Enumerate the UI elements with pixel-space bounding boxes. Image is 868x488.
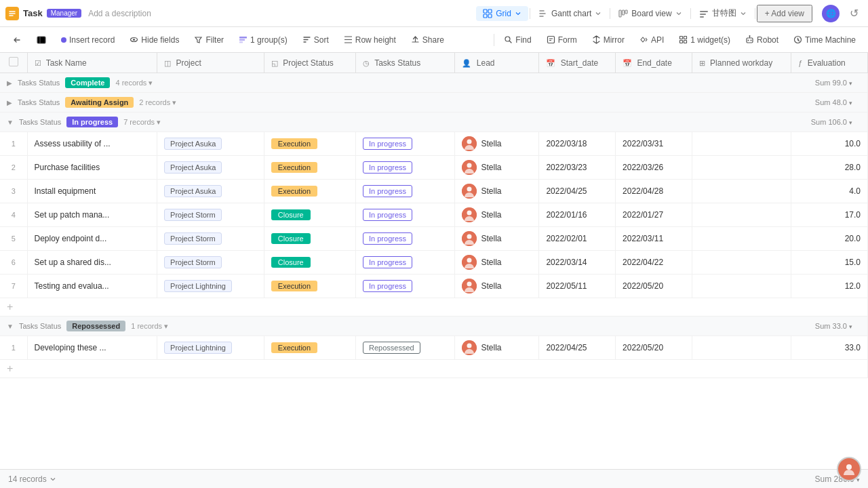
task-status-cell[interactable]: In progress: [356, 274, 455, 298]
group-records-repossessed[interactable]: 1 records ▾: [131, 322, 168, 331]
task-name-cell[interactable]: Developing these ...: [27, 336, 157, 360]
group-toggle-inprogress[interactable]: ▼: [7, 119, 14, 126]
proj-status-cell[interactable]: Execution: [264, 132, 355, 156]
task-name-cell[interactable]: Purchase facilities: [27, 156, 157, 180]
add-row-button[interactable]: +: [7, 301, 13, 313]
header-end-date[interactable]: 📅 End_date: [616, 53, 692, 73]
end-date-cell[interactable]: 2022/04/22: [616, 251, 692, 274]
start-date-cell[interactable]: 2022/03/18: [539, 132, 616, 156]
group-records-awaiting[interactable]: 2 records ▾: [139, 98, 176, 107]
lead-cell[interactable]: Stella: [455, 227, 539, 251]
sidebar-toggle-button[interactable]: [30, 33, 53, 47]
end-date-cell[interactable]: 2022/05/20: [616, 274, 692, 298]
time-machine-button[interactable]: Time Machine: [787, 33, 863, 47]
tab-grid[interactable]: Grid: [476, 6, 528, 21]
project-cell[interactable]: Project Asuka: [157, 156, 264, 180]
proj-status-cell[interactable]: Execution: [264, 274, 355, 298]
proj-status-cell[interactable]: Closure: [264, 251, 355, 274]
end-date-cell[interactable]: 2022/03/31: [616, 132, 692, 156]
lead-cell[interactable]: Stella: [455, 203, 539, 227]
user-avatar-bottom[interactable]: [837, 457, 861, 481]
header-tasks-status[interactable]: ◷ Tasks Status: [356, 53, 455, 73]
filter-button[interactable]: Filter: [187, 33, 231, 47]
end-date-cell[interactable]: 2022/05/20: [616, 336, 692, 360]
end-date-cell[interactable]: 2022/01/27: [616, 203, 692, 227]
task-name-cell[interactable]: Assess usability of ...: [27, 132, 157, 156]
lead-cell[interactable]: Stella: [455, 180, 539, 203]
lead-cell[interactable]: Stella: [455, 156, 539, 180]
lead-cell[interactable]: Stella: [455, 336, 539, 360]
header-evaluation[interactable]: ƒ Evaluation: [791, 53, 868, 73]
task-status-cell[interactable]: Repossessed: [356, 336, 455, 360]
task-status-cell[interactable]: In progress: [356, 180, 455, 203]
group-toggle-repossessed[interactable]: ▼: [7, 323, 14, 330]
task-status-cell[interactable]: In progress: [356, 156, 455, 180]
proj-status-cell[interactable]: Execution: [264, 156, 355, 180]
start-date-cell[interactable]: 2022/01/16: [539, 203, 616, 227]
hide-fields-button[interactable]: Hide fields: [123, 33, 186, 47]
lead-cell[interactable]: Stella: [455, 274, 539, 298]
header-start-date[interactable]: 📅 Start_date: [539, 53, 616, 73]
api-button[interactable]: API: [633, 33, 671, 47]
proj-status-cell[interactable]: Execution: [264, 180, 355, 203]
header-checkbox[interactable]: [0, 53, 27, 73]
task-status-cell[interactable]: In progress: [356, 251, 455, 274]
proj-status-cell[interactable]: Closure: [264, 203, 355, 227]
refresh-button[interactable]: ↺: [845, 5, 863, 22]
end-date-cell[interactable]: 2022/03/11: [616, 227, 692, 251]
project-cell[interactable]: Project Storm: [157, 227, 264, 251]
task-name-cell[interactable]: Testing and evalua...: [27, 274, 157, 298]
start-date-cell[interactable]: 2022/02/01: [539, 227, 616, 251]
end-date-cell[interactable]: 2022/03/26: [616, 156, 692, 180]
proj-status-cell[interactable]: Execution: [264, 336, 355, 360]
records-count[interactable]: 14 records: [8, 474, 56, 484]
lead-cell[interactable]: Stella: [455, 251, 539, 274]
project-cell[interactable]: Project Lightning: [157, 274, 264, 298]
project-cell[interactable]: Project Asuka: [157, 132, 264, 156]
header-lead[interactable]: 👤 Lead: [455, 53, 539, 73]
project-cell[interactable]: Project Lightning: [157, 336, 264, 360]
header-project-status[interactable]: ◱ Project Status: [264, 53, 355, 73]
add-row-button[interactable]: +: [7, 363, 13, 375]
tab-board[interactable]: Board view: [612, 6, 688, 21]
insert-record-button[interactable]: Insert record: [54, 33, 121, 47]
start-date-cell[interactable]: 2022/05/11: [539, 274, 616, 298]
find-button[interactable]: Find: [497, 33, 538, 47]
sort-button[interactable]: Sort: [296, 33, 336, 47]
share-button[interactable]: Share: [404, 33, 451, 47]
start-date-cell[interactable]: 2022/04/25: [539, 336, 616, 360]
checkbox-all[interactable]: [9, 57, 18, 66]
widget-button[interactable]: 1 widget(s): [672, 33, 737, 47]
task-status-cell[interactable]: In progress: [356, 132, 455, 156]
project-cell[interactable]: Project Storm: [157, 203, 264, 227]
group-toggle-awaiting[interactable]: ▶: [7, 99, 12, 106]
task-name-cell[interactable]: Set up a shared dis...: [27, 251, 157, 274]
group-toggle-complete[interactable]: ▶: [7, 79, 12, 87]
robot-button[interactable]: Robot: [738, 33, 785, 47]
project-cell[interactable]: Project Storm: [157, 251, 264, 274]
end-date-cell[interactable]: 2022/04/28: [616, 180, 692, 203]
row-height-button[interactable]: Row height: [337, 33, 403, 47]
form-button[interactable]: Form: [540, 33, 584, 47]
project-cell[interactable]: Project Asuka: [157, 180, 264, 203]
group-button[interactable]: 1 group(s): [232, 33, 294, 47]
nav-back-button[interactable]: [5, 33, 28, 47]
group-records-inprogress[interactable]: 7 records ▾: [123, 118, 161, 127]
task-name-cell[interactable]: Deploy endpoint d...: [27, 227, 157, 251]
task-status-cell[interactable]: In progress: [356, 203, 455, 227]
task-name-cell[interactable]: Set up patch mana...: [27, 203, 157, 227]
task-status-cell[interactable]: In progress: [356, 227, 455, 251]
tab-gantt[interactable]: Gantt chart: [532, 6, 608, 21]
start-date-cell[interactable]: 2022/03/23: [539, 156, 616, 180]
header-planned-workday[interactable]: ⊞ Planned workday: [692, 53, 791, 73]
add-view-button[interactable]: + Add view: [757, 5, 812, 22]
tab-special[interactable]: 甘特图: [692, 5, 753, 22]
header-task-name[interactable]: ☑ Task Name: [27, 53, 157, 73]
start-date-cell[interactable]: 2022/03/14: [539, 251, 616, 274]
header-project[interactable]: ◫ Project: [157, 53, 264, 73]
start-date-cell[interactable]: 2022/04/25: [539, 180, 616, 203]
lead-cell[interactable]: Stella: [455, 132, 539, 156]
proj-status-cell[interactable]: Closure: [264, 227, 355, 251]
mirror-button[interactable]: Mirror: [585, 33, 631, 47]
task-name-cell[interactable]: Install equipment: [27, 180, 157, 203]
